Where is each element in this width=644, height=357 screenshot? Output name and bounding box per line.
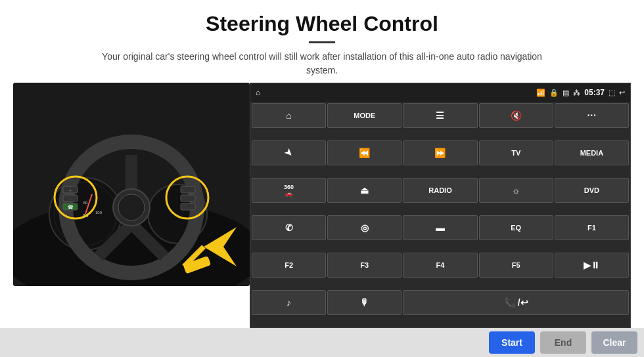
svg-text:100: 100 bbox=[95, 211, 103, 215]
bottom-bar: Start End Clear bbox=[0, 328, 644, 357]
status-time: 05:37 bbox=[584, 88, 605, 97]
btn-apps[interactable]: ⋯ bbox=[555, 103, 629, 128]
btn-eq[interactable]: EQ bbox=[479, 215, 553, 240]
sim-icon: ▤ bbox=[563, 89, 569, 97]
status-left: ⌂ bbox=[256, 88, 260, 97]
btn-playpause[interactable]: ▶⏸ bbox=[555, 253, 629, 278]
button-grid: ⌂ MODE ☰ 🔇 ⋯ ➤ ⏪ ⏩ TV MEDIA 360🚗 ⏏ RADIO… bbox=[250, 102, 630, 327]
subtitle: Your original car's steering wheel contr… bbox=[99, 50, 545, 77]
btn-call[interactable]: 📞 /↩ bbox=[403, 290, 629, 315]
btn-f5[interactable]: F5 bbox=[479, 253, 553, 278]
btn-mode[interactable]: MODE bbox=[327, 103, 402, 128]
btn-prev[interactable]: ⏪ bbox=[327, 140, 402, 165]
btn-phone[interactable]: ✆ bbox=[252, 215, 326, 240]
btn-f1[interactable]: F1 bbox=[555, 215, 629, 240]
btn-brightness[interactable]: ☼ bbox=[479, 178, 553, 203]
bt-icon: ⁂ bbox=[573, 89, 580, 97]
steering-wheel-svg: 60 80 100 + - bbox=[13, 83, 250, 286]
content-area: 60 80 100 + - bbox=[0, 83, 644, 328]
svg-rect-25 bbox=[181, 203, 195, 210]
btn-tv[interactable]: TV bbox=[479, 140, 553, 165]
start-button[interactable]: Start bbox=[489, 331, 535, 354]
btn-send[interactable]: ➤ bbox=[252, 140, 326, 165]
wifi-icon: 📶 bbox=[536, 89, 545, 97]
btn-media[interactable]: MEDIA bbox=[555, 140, 629, 165]
status-right: 📶 🔒 ▤ ⁂ 05:37 ⬚ ↩ bbox=[536, 88, 625, 97]
svg-text:☎: ☎ bbox=[68, 205, 74, 209]
btn-screen[interactable]: ▬ bbox=[403, 215, 477, 240]
btn-music[interactable]: ♪ bbox=[252, 290, 326, 315]
btn-home[interactable]: ⌂ bbox=[252, 103, 326, 128]
svg-text:-: - bbox=[70, 197, 71, 201]
btn-360[interactable]: 360🚗 bbox=[252, 178, 326, 203]
header-section: Steering Wheel Control Your original car… bbox=[0, 0, 644, 83]
btn-dvd[interactable]: DVD bbox=[555, 178, 629, 203]
steering-wheel-image: 60 80 100 + - bbox=[13, 83, 250, 286]
end-button[interactable]: End bbox=[540, 331, 586, 354]
btn-radio[interactable]: RADIO bbox=[403, 178, 477, 203]
btn-next[interactable]: ⏩ bbox=[403, 140, 477, 165]
btn-f4[interactable]: F4 bbox=[403, 253, 477, 278]
btn-f3[interactable]: F3 bbox=[327, 253, 402, 278]
btn-mic[interactable]: 🎙 bbox=[327, 290, 402, 315]
svg-rect-24 bbox=[181, 195, 195, 201]
svg-text:+: + bbox=[69, 188, 72, 192]
home-status-icon: ⌂ bbox=[256, 88, 260, 97]
title-divider bbox=[309, 41, 335, 43]
page-container: Steering Wheel Control Your original car… bbox=[0, 0, 644, 357]
cast-icon: ⬚ bbox=[609, 89, 615, 97]
btn-browse[interactable]: ◎ bbox=[327, 215, 402, 240]
svg-text:80: 80 bbox=[83, 201, 88, 205]
page-title: Steering Wheel Control bbox=[39, 12, 605, 36]
btn-eject[interactable]: ⏏ bbox=[327, 178, 402, 203]
back-icon: ↩ bbox=[619, 89, 625, 97]
btn-menu[interactable]: ☰ bbox=[403, 103, 477, 128]
lock-icon: 🔒 bbox=[549, 89, 559, 97]
status-bar: ⌂ 📶 🔒 ▤ ⁂ 05:37 ⬚ ↩ bbox=[250, 83, 630, 102]
btn-mute[interactable]: 🔇 bbox=[479, 103, 553, 128]
clear-button[interactable]: Clear bbox=[591, 331, 637, 354]
btn-f2[interactable]: F2 bbox=[252, 253, 326, 278]
control-panel: ⌂ 📶 🔒 ▤ ⁂ 05:37 ⬚ ↩ ⌂ MODE ☰ 🔇 bbox=[250, 83, 631, 328]
svg-point-14 bbox=[118, 194, 145, 220]
svg-rect-23 bbox=[181, 186, 195, 193]
